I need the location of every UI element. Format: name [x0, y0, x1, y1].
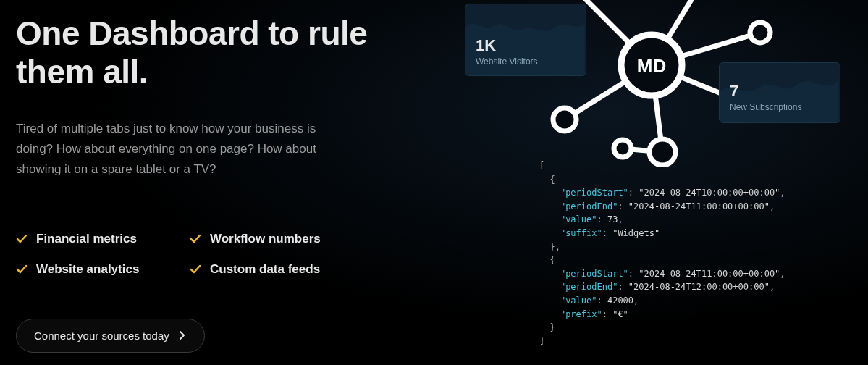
hero-description: Tired of multiple tabs just to know how …	[16, 119, 349, 180]
stat-card-visitors: 1K Website Visitors	[465, 4, 586, 76]
svg-point-13	[553, 108, 576, 131]
stat-label: Website Visitors	[476, 56, 576, 67]
hero-graphic: MD 1K Website Visitors 7 New Subscriptio…	[434, 0, 868, 365]
svg-point-9	[750, 22, 770, 43]
check-icon	[16, 233, 28, 245]
hero-title: One Dashboard to rule them all.	[16, 14, 407, 91]
feature-label: Financial metrics	[36, 232, 137, 246]
feature-list: Financial metrics Workflow numbers Websi…	[16, 232, 407, 277]
chevron-right-icon	[177, 330, 187, 340]
svg-point-12	[614, 140, 631, 157]
stat-value: 7	[730, 82, 830, 101]
stat-label: New Subscriptions	[730, 102, 830, 112]
connect-sources-button[interactable]: Connect your sources today	[16, 319, 205, 353]
check-icon	[190, 233, 201, 245]
stat-value: 1K	[476, 36, 576, 55]
cta-label: Connect your sources today	[34, 330, 169, 342]
feature-label: Custom data feeds	[210, 262, 320, 277]
code-sample: [ { "periodStart": "2024-08-24T10:00:00+…	[539, 159, 843, 348]
feature-label: Website analytics	[36, 262, 139, 277]
logo-text: MD	[637, 55, 666, 77]
feature-item: Website analytics	[16, 262, 190, 277]
check-icon	[16, 264, 28, 275]
stat-card-subscriptions: 7 New Subscriptions	[719, 62, 840, 123]
feature-item: Custom data feeds	[190, 262, 363, 277]
feature-item: Workflow numbers	[190, 232, 363, 246]
feature-label: Workflow numbers	[210, 232, 321, 246]
feature-item: Financial metrics	[16, 232, 190, 246]
check-icon	[190, 264, 201, 275]
